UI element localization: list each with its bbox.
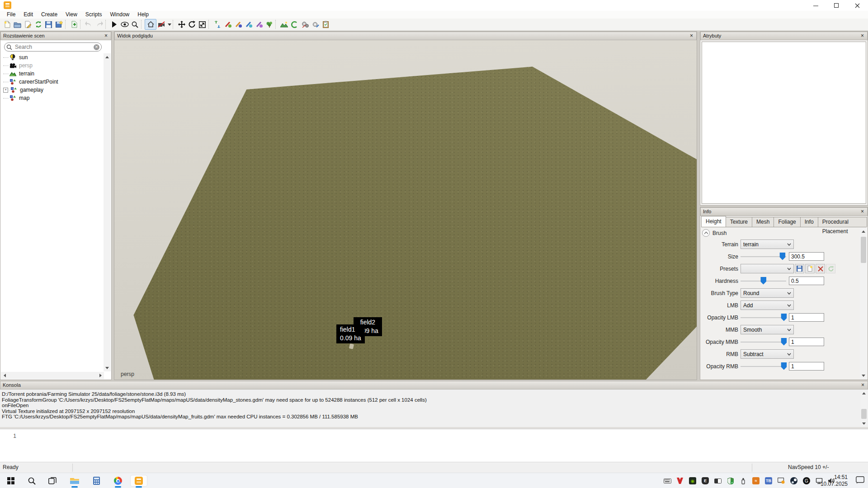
tree-item-sun[interactable]: sun <box>0 53 104 61</box>
script-brush-icon[interactable] <box>310 19 321 30</box>
tab-texture[interactable]: Texture <box>726 217 752 227</box>
presets-select[interactable] <box>741 264 794 273</box>
opacity-lmb-input[interactable] <box>789 313 824 322</box>
save-as-icon[interactable] <box>54 19 64 30</box>
info-close-icon[interactable]: × <box>859 208 866 215</box>
giants-editor-icon[interactable] <box>130 475 147 487</box>
search-clear-icon[interactable]: ✕ <box>94 44 99 50</box>
redo-icon[interactable] <box>94 19 104 30</box>
preset-reload-icon[interactable] <box>826 264 835 273</box>
nvidia-icon[interactable]: ◉ <box>688 476 697 485</box>
java-icon[interactable]: ≈ <box>751 476 760 485</box>
tree-item-terrain[interactable]: terrain <box>0 70 104 78</box>
info-vertical-scrollbar[interactable] <box>860 228 867 379</box>
menu-create[interactable]: Create <box>37 11 61 19</box>
tab-foliage[interactable]: Foliage <box>774 217 800 227</box>
menu-edit[interactable]: Edit <box>19 11 37 19</box>
add-reference-icon[interactable] <box>69 19 79 30</box>
scenegraph-horizontal-scrollbar[interactable] <box>1 372 104 379</box>
touch-keyboard-icon[interactable] <box>663 476 672 485</box>
undo-icon[interactable] <box>84 19 94 30</box>
preset-delete-icon[interactable] <box>816 264 825 273</box>
terrain-brush-red-icon[interactable] <box>222 19 233 30</box>
widget-icon[interactable] <box>713 476 722 485</box>
preset-save-icon[interactable] <box>795 264 804 273</box>
rotate-tool-icon[interactable] <box>187 19 197 30</box>
tree-item-careerStartPoint[interactable]: careerStartPoint <box>0 78 104 86</box>
scroll-thumb[interactable] <box>861 409 867 419</box>
tree-item-persp[interactable]: persp <box>0 61 104 70</box>
viewport-3d-canvas[interactable]: field2 0.09 ha field1 0.09 ha persp <box>114 40 697 380</box>
usb-icon[interactable] <box>739 476 748 485</box>
task-view-icon[interactable] <box>44 475 61 487</box>
refresh-icon[interactable] <box>33 19 43 30</box>
menu-scripts[interactable]: Scripts <box>81 11 106 19</box>
close-button[interactable] <box>847 0 868 11</box>
scroll-up-icon[interactable] <box>860 389 868 397</box>
scroll-right-icon[interactable] <box>97 372 104 379</box>
lmb-select[interactable]: Add <box>741 300 794 310</box>
terrain-brush-orange-icon[interactable] <box>233 19 243 30</box>
terrain-brush-blue-icon[interactable] <box>243 19 254 30</box>
scroll-left-icon[interactable] <box>1 372 8 379</box>
edit-file-icon[interactable] <box>23 19 33 30</box>
scenegraph-vertical-scrollbar[interactable] <box>104 53 111 371</box>
opacity-rmb-input[interactable] <box>789 362 824 371</box>
console-vertical-scrollbar[interactable] <box>860 389 868 427</box>
new-file-icon[interactable] <box>2 19 12 30</box>
preset-new-icon[interactable] <box>805 264 815 273</box>
minimize-button[interactable] <box>805 0 826 11</box>
open-folder-icon[interactable] <box>12 19 23 30</box>
file-explorer-icon[interactable] <box>66 475 83 487</box>
foliage-brush-icon[interactable] <box>264 19 274 30</box>
tb-icon[interactable]: TB <box>764 476 773 485</box>
maximize-button[interactable] <box>826 0 847 11</box>
tab-mesh[interactable]: Mesh <box>752 217 774 227</box>
hardness-slider[interactable] <box>741 277 786 285</box>
menu-help[interactable]: Help <box>133 11 153 19</box>
console-log[interactable]: D:/Torrent pobrania/Farming Simulator 25… <box>0 389 868 427</box>
cast-icon[interactable] <box>777 476 786 485</box>
scroll-up-icon[interactable] <box>104 53 111 61</box>
start-icon[interactable] <box>2 475 19 487</box>
tab-procedural-placement[interactable]: Procedural Placement <box>818 217 867 227</box>
scroll-up-icon[interactable] <box>860 228 867 235</box>
scroll-down-icon[interactable] <box>104 364 111 371</box>
notification-icon[interactable] <box>856 476 864 485</box>
expand-plus-icon[interactable]: + <box>3 88 8 93</box>
tree-item-gameplay[interactable]: + gameplay <box>0 86 104 94</box>
play-icon[interactable] <box>109 19 119 30</box>
rmb-select[interactable]: Subtract <box>741 349 794 359</box>
vanguard-icon[interactable] <box>675 476 684 485</box>
attributes-close-icon[interactable]: × <box>859 33 866 39</box>
menu-window[interactable]: Window <box>106 11 134 19</box>
taskbar-clock[interactable]: 14:51 10.07.2025 <box>821 474 848 488</box>
mmb-select[interactable]: Smooth <box>741 325 794 334</box>
terrain-mesh[interactable] <box>114 40 697 380</box>
terrain-raise-lower-icon[interactable] <box>212 19 222 30</box>
opacity-mmb-input[interactable] <box>789 338 824 346</box>
script-editor[interactable]: 1 <box>0 429 868 462</box>
menu-view[interactable]: View <box>61 11 81 19</box>
terrain-brush-purple-icon[interactable] <box>254 19 264 30</box>
size-slider[interactable] <box>741 253 786 261</box>
scroll-thumb[interactable] <box>861 237 866 263</box>
brush-type-select[interactable]: Round <box>741 288 794 298</box>
clipboard-tool-icon[interactable] <box>321 19 331 30</box>
console-close-icon[interactable]: × <box>859 382 866 389</box>
tree-item-map[interactable]: map <box>0 94 104 102</box>
epic-games-icon[interactable]: E <box>701 476 710 485</box>
tab-height[interactable]: Height <box>701 216 726 227</box>
camera-disabled-icon[interactable] <box>156 19 167 30</box>
opacity-lmb-slider[interactable] <box>741 314 786 322</box>
visibility-eye-icon[interactable] <box>119 19 130 30</box>
scale-tool-icon[interactable] <box>197 19 208 30</box>
steam-icon[interactable] <box>789 476 798 485</box>
defender-icon[interactable] <box>726 476 735 485</box>
opacity-mmb-slider[interactable] <box>741 338 786 346</box>
scenegraph-close-icon[interactable]: × <box>103 33 109 39</box>
tab-info[interactable]: Info <box>800 217 818 227</box>
scroll-down-icon[interactable] <box>860 420 868 427</box>
calculator-icon[interactable] <box>88 475 105 487</box>
collapse-chevron-icon[interactable] <box>702 229 710 237</box>
